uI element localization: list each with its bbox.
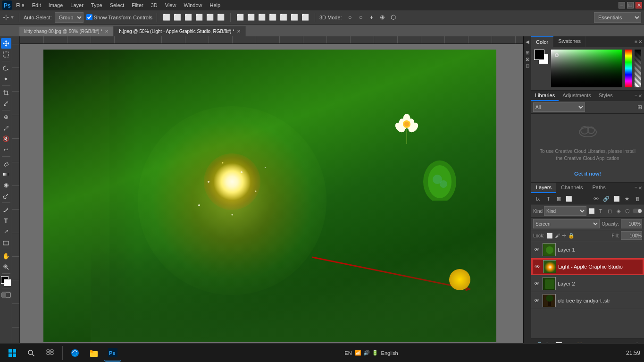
layer-filter-icon[interactable]: ⊠ <box>554 194 563 203</box>
layers-panel-close[interactable]: ✕ <box>638 185 642 191</box>
eraser-tool[interactable] <box>1 158 11 168</box>
tab-layers[interactable]: Layers <box>531 183 556 193</box>
color-panel-menu[interactable]: ≡ <box>635 39 637 44</box>
align-middle-icon[interactable]: ⬜ <box>205 12 215 23</box>
layer-1-visibility[interactable]: 👁 <box>533 246 541 253</box>
magic-wand-tool[interactable]: ✦ <box>1 74 11 84</box>
canvas-area[interactable] <box>12 36 523 351</box>
auto-select-dropdown[interactable]: GroupLayer <box>55 12 84 23</box>
color-hue-strip[interactable] <box>625 50 632 87</box>
layer-2-visibility[interactable]: 👁 <box>533 280 541 287</box>
libs-panel-menu[interactable]: ≡ <box>635 93 637 99</box>
brush-tool[interactable] <box>1 123 11 133</box>
tab-color[interactable]: Color <box>531 36 553 47</box>
move-tool[interactable] <box>1 38 11 49</box>
tab-channels[interactable]: Channels <box>556 183 587 193</box>
menu-window[interactable]: Window <box>180 1 206 9</box>
panel-tool-1[interactable]: ⊞ <box>524 49 531 56</box>
transform-controls-check[interactable]: Show Transform Controls <box>86 14 152 20</box>
taskview-icon[interactable] <box>42 345 59 362</box>
layer-style-icon[interactable]: ★ <box>622 194 632 203</box>
file-explorer-icon[interactable] <box>85 345 102 362</box>
menu-image[interactable]: Image <box>45 1 67 9</box>
eyedropper-tool[interactable] <box>1 98 11 109</box>
menu-help[interactable]: Help <box>206 1 225 9</box>
layer-item-2[interactable]: 👁 Layer 2 <box>531 275 644 292</box>
layer-filter-adj-icon[interactable]: ⬡ <box>624 207 631 215</box>
lock-all-icon[interactable]: 🔒 <box>568 233 575 239</box>
tab-hjpeg-close[interactable]: ✕ <box>237 29 241 34</box>
distribute-left-icon[interactable]: ⬜ <box>235 12 245 23</box>
fg-bg-swatches[interactable] <box>534 50 548 64</box>
color-panel-close[interactable]: ✕ <box>638 39 642 44</box>
align-top-icon[interactable]: ⬜ <box>194 12 204 23</box>
layer-text-icon[interactable]: T <box>544 194 553 203</box>
layers-panel-menu[interactable]: ≡ <box>635 185 637 191</box>
layer-delete-icon[interactable]: 🗑 <box>633 194 642 203</box>
get-it-now-link[interactable]: Get it now! <box>574 170 601 178</box>
healing-brush-tool[interactable]: ⊕ <box>1 112 11 122</box>
distribute-bottom-icon[interactable]: ⬜ <box>289 12 300 23</box>
3d-rotate-icon[interactable]: ○ <box>345 12 355 23</box>
menu-view[interactable]: View <box>161 1 180 9</box>
3d-slide-icon[interactable]: ⊕ <box>377 12 388 23</box>
gradient-tool[interactable] <box>1 169 11 179</box>
distribute-last-icon[interactable]: ⬜ <box>300 12 310 23</box>
align-left-icon[interactable]: ⬜ <box>161 12 172 23</box>
tab-kitty-close[interactable]: ✕ <box>105 29 109 34</box>
libs-panel-close[interactable]: ✕ <box>638 93 642 99</box>
layer-mask-icon[interactable]: ⬜ <box>612 194 621 203</box>
crop-tool[interactable] <box>1 87 11 98</box>
distribute-center-icon[interactable]: ⬜ <box>246 12 256 23</box>
libs-grid-icon[interactable]: ⊞ <box>637 104 642 110</box>
lock-transparent-icon[interactable]: ⬜ <box>546 233 553 239</box>
tab-styles[interactable]: Styles <box>595 91 617 101</box>
panel-tool-3[interactable]: ⊟ <box>524 62 531 69</box>
zoom-tool[interactable] <box>1 261 11 272</box>
opacity-input[interactable] <box>621 219 642 228</box>
history-brush-tool[interactable]: ↩ <box>1 144 11 155</box>
menu-filter[interactable]: Filter <box>128 1 147 9</box>
tab-swatches[interactable]: Swatches <box>553 36 586 47</box>
layer-filter-toggle[interactable] <box>633 209 642 213</box>
align-bottom-icon[interactable]: ⬜ <box>216 12 226 23</box>
color-gradient-picker[interactable] <box>551 50 622 87</box>
layer-filter-smart-icon[interactable]: ◈ <box>615 207 622 215</box>
menu-layer[interactable]: Layer <box>67 1 87 9</box>
kind-filter-dropdown[interactable]: Kind <box>544 206 586 216</box>
layer-old-tree-visibility[interactable]: 👁 <box>533 297 541 304</box>
blur-tool[interactable]: ◉ <box>1 180 11 190</box>
foreground-color-indicator[interactable] <box>534 50 544 60</box>
battery-icon-taskbar[interactable]: 🔋 <box>372 350 378 356</box>
menu-select[interactable]: Select <box>106 1 128 9</box>
workspace-dropdown[interactable]: Essentials <box>594 12 641 23</box>
tab-hjpeg[interactable]: h.jpeg @ 50% (Light - Apple Graphic Stud… <box>114 26 246 36</box>
tab-paths[interactable]: Paths <box>588 183 611 193</box>
quick-mask-button[interactable] <box>1 290 11 300</box>
lasso-tool[interactable] <box>1 63 11 73</box>
layer-adjustment-icon[interactable]: ⬜ <box>564 194 574 203</box>
photoshop-taskbar-icon[interactable]: Ps <box>104 345 121 362</box>
canvas-image[interactable] <box>43 50 496 342</box>
dodge-tool[interactable] <box>1 191 11 201</box>
fill-input[interactable] <box>621 231 642 240</box>
shape-tool[interactable] <box>1 237 11 247</box>
layer-filter-shape-icon[interactable]: ◻ <box>606 207 613 215</box>
align-center-icon[interactable]: ⬜ <box>172 12 183 23</box>
align-right-icon[interactable]: ⬜ <box>183 12 193 23</box>
network-icon-taskbar[interactable]: 📶 <box>355 350 361 356</box>
3d-pan-icon[interactable]: + <box>367 12 377 23</box>
background-color-swatch[interactable] <box>4 279 11 286</box>
windows-start-button[interactable] <box>4 345 21 362</box>
panel-tool-2[interactable]: ⊠ <box>524 56 531 62</box>
menu-file[interactable]: File <box>12 1 28 9</box>
lock-image-icon[interactable]: 🖌 <box>555 233 560 238</box>
text-tool[interactable]: T <box>1 215 11 226</box>
tab-adjustments[interactable]: Adjustments <box>559 91 595 101</box>
lock-position-icon[interactable]: ✛ <box>562 233 566 239</box>
path-selection-tool[interactable]: ↗ <box>1 226 11 236</box>
clone-stamp-tool[interactable]: 🔇 <box>1 134 11 144</box>
close-button[interactable]: ✕ <box>636 2 642 8</box>
taskbar-clock[interactable]: 21:59 <box>626 350 640 356</box>
layer-filter-pixel-icon[interactable]: ⬜ <box>588 207 595 215</box>
